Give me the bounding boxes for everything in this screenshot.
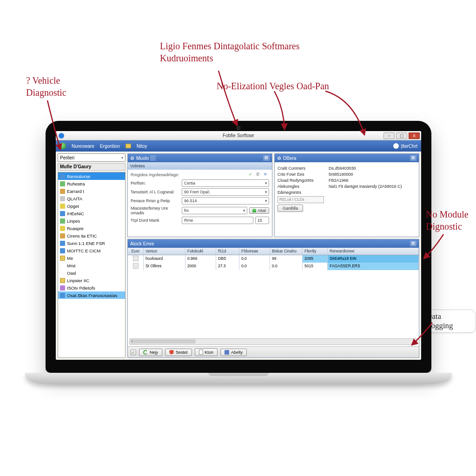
sidebar-item[interactable]: Bansutiorse	[58, 172, 125, 180]
module-panel-header[interactable]: ♻Muolo ⊠	[128, 154, 272, 162]
tree-item-label: Ruhestra	[67, 181, 85, 186]
detail-input[interactable]: RELuit I CLDs	[278, 196, 324, 203]
field-label: Perfisin:	[131, 181, 182, 185]
detail-panel-header[interactable]: ♻DBera ⊠	[275, 154, 419, 162]
window-title: Fobfie Sorftowr	[223, 133, 254, 138]
callout-software-title: Ligio Fenmes Dintagolatic SoftmaresKudru…	[160, 40, 300, 64]
detail-key: Cralit Conmers	[278, 166, 329, 171]
sidebar-item[interactable]: ISOtv Pdietofs	[58, 284, 125, 291]
detail-row: Cralit ConmersDs.d59403030	[278, 166, 416, 171]
tree-item-icon	[60, 218, 65, 224]
sidebar-item[interactable]: Ruhestra	[58, 180, 125, 187]
detail-panel: ♻DBera ⊠ Cralit ConmersDs.d59403030Crte …	[274, 153, 419, 237]
tree-item-label: Roaspre	[67, 226, 84, 231]
field-button[interactable]: A6al	[249, 207, 269, 214]
panel-close-icon[interactable]: ⊠	[410, 155, 416, 161]
grid-cell: 27.3	[216, 263, 239, 270]
menu-item[interactable]: Nitoy	[137, 144, 147, 149]
check-icon[interactable]: ✓	[249, 172, 254, 178]
sidebar-item[interactable]: Cirens ita ETIC	[58, 232, 125, 239]
footer-button[interactable]: Sestet	[165, 349, 192, 356]
grid-header-cell[interactable]: Biskar Cinaho	[270, 248, 303, 255]
form-row: Miacesterfemey Ure omadisfmA6al	[131, 206, 269, 215]
form-row: Perfisin:Certia	[131, 179, 269, 187]
shield-icon	[169, 350, 174, 355]
panel-action-icon[interactable]	[150, 155, 156, 161]
horizontal-scrollbar[interactable]	[129, 338, 417, 345]
tree-item-icon	[60, 189, 65, 194]
sidebar-item[interactable]: Linpes	[58, 217, 125, 225]
sidebar-item[interactable]: Roaspre	[58, 225, 125, 232]
grid-cell: SkE4Ra18 EIN	[328, 255, 419, 263]
sidebar-item[interactable]: Opget	[58, 202, 125, 210]
sidebar-item[interactable]: Sunn 1:1 ENE FSR	[58, 239, 125, 247]
grid-header-cell[interactable]: Reneardionee	[328, 248, 419, 255]
sidebar-header: Mufie D'Gaury	[58, 163, 126, 171]
close-button[interactable]: X	[409, 132, 420, 139]
footer-check-icon[interactable]: ✓	[131, 350, 136, 355]
sidebar-item[interactable]: Oasl	[58, 269, 125, 277]
grid-header-cell[interactable]: Vereur	[144, 248, 185, 255]
form-row: Tarxutisirt: Al L Cogranal:90 Frert Opal…	[131, 188, 269, 196]
sidebar-item[interactable]: Me	[58, 254, 125, 262]
grid-header-cell[interactable]: Fokdcukl	[185, 248, 216, 255]
row-checkbox[interactable]	[133, 263, 139, 269]
footer-button[interactable]: Nejy	[139, 349, 162, 356]
sidebar-item[interactable]: QLAITA	[58, 195, 125, 202]
globe-icon[interactable]	[60, 143, 66, 149]
sidebar-item[interactable]: Osat.Skas Franusosasias	[58, 291, 125, 299]
field-input[interactable]: 90 Frert Opal:.	[182, 188, 269, 196]
callout-panel-note: No-Elizationl Vegles Oad-Pan	[217, 80, 329, 92]
footer-button[interactable]: Kton	[195, 348, 218, 356]
grid-header-cell[interactable]: fS1d	[216, 248, 239, 255]
grid-header-cell[interactable]: Flerdiy	[303, 248, 328, 255]
row-checkbox[interactable]	[133, 256, 139, 261]
sidebar-combo[interactable]: Perileri	[58, 153, 126, 162]
field-input[interactable]: fm	[182, 207, 247, 214]
gear-icon[interactable]	[393, 143, 399, 149]
panel-close-icon[interactable]: ⊠	[410, 241, 416, 246]
menu-item[interactable]: Nureoware	[72, 144, 94, 149]
menu-bar: Nureoware Ergontion Nitoy |lterChrt	[56, 140, 421, 152]
grid-header-cell[interactable]: Fhboreae	[239, 248, 270, 255]
grid-panel: Atock Emre ⊠ EuxrVereurFokdcuklfS1dFhbor…	[127, 239, 419, 358]
field-label: Miacesterfemey Ure omadis	[131, 206, 182, 215]
phone-icon[interactable]: ✆	[256, 172, 262, 178]
field-input[interactable]: Certia	[182, 179, 269, 187]
menu-right-label[interactable]: |lterChrt	[401, 144, 417, 149]
grid-panel-header[interactable]: Atock Emre ⊠	[128, 239, 419, 248]
folder-icon[interactable]	[126, 144, 131, 148]
callout-vehicle-diagnostic: ? VehicleDiagnostic	[26, 74, 66, 99]
app-icon	[59, 133, 64, 139]
sidebar-item[interactable]: MOITTC E CICM	[58, 247, 125, 254]
detail-button[interactable]: Ganiblla	[278, 205, 303, 212]
minimize-button[interactable]: –	[383, 132, 395, 139]
panel-close-icon[interactable]: ⊠	[263, 155, 270, 161]
sidebar-item[interactable]: Linpsier IIC	[58, 277, 125, 284]
field-input[interactable]: 96.514	[182, 197, 269, 205]
grid-headers[interactable]: EuxrVereurFokdcuklfS1dFhboreaeBiskar Cin…	[128, 248, 419, 255]
tree-item-icon	[60, 263, 65, 268]
detail-value: Nal1 Fit dantget inasiendy (2A58016 C)	[329, 184, 402, 189]
detail-value: 5nt85190000	[329, 172, 353, 177]
module-panel: ♻Muolo ⊠ Volintes Rregidea Ingoliesadirl…	[127, 153, 272, 237]
sidebar-item[interactable]: Mrst	[58, 262, 125, 269]
footer-button[interactable]: Abelty	[220, 349, 247, 356]
maximize-button[interactable]: ▢	[396, 132, 407, 139]
title-bar[interactable]: Fobfie Sorftowr – ▢ X	[56, 131, 421, 140]
detail-row: AlekoreglesNal1 Fit dantget inasiendy (2…	[278, 184, 416, 189]
grid-body[interactable]: hoolvaurd0.969DBS0.0992085SkE4Ra18 EINSt…	[128, 255, 419, 346]
sidebar-item[interactable]: IHEeNiC	[58, 210, 125, 217]
sidebar-tree[interactable]: BansutiorseRuhestraEarrard tQLAITAOpgetI…	[58, 172, 126, 358]
cancel-icon[interactable]: ✕	[264, 172, 269, 178]
field-input[interactable]: Rrne	[182, 217, 253, 224]
sidebar: Perileri Mufie D'Gaury BansutiorseRuhest…	[58, 153, 126, 358]
field-number[interactable]: 15	[255, 217, 269, 224]
detail-key: Cload Redyngortrts	[278, 178, 329, 183]
grid-cell	[128, 263, 144, 270]
table-row[interactable]: hoolvaurd0.969DBS0.0992085SkE4Ra18 EIN	[128, 255, 419, 263]
grid-header-cell[interactable]: Euxr	[128, 248, 144, 255]
menu-item[interactable]: Ergontion	[100, 144, 120, 149]
sidebar-item[interactable]: Earrard t	[58, 187, 125, 195]
table-row[interactable]: St Ollires200027.30.00.05015FAGASSER.ERS	[128, 263, 419, 270]
